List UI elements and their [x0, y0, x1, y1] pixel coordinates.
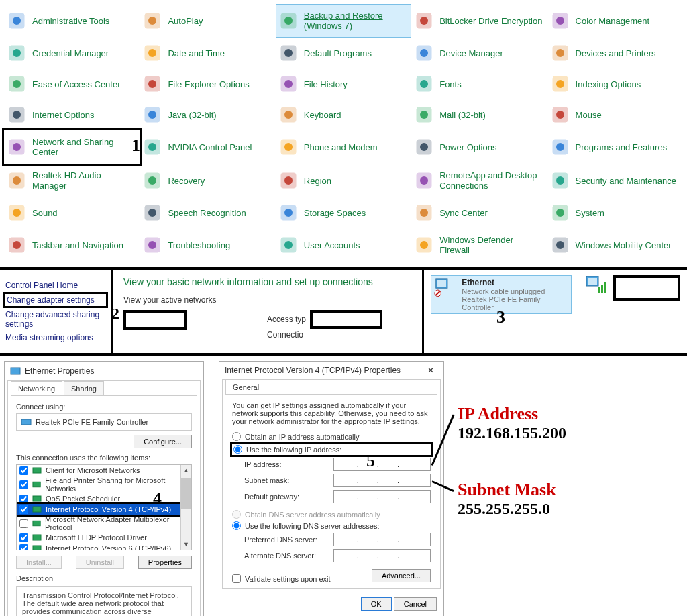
cp-item-programs-and-features[interactable]: Programs and Features [547, 130, 683, 164]
net-item[interactable]: Client for Microsoft Networks [17, 465, 191, 476]
alternate-dns-input[interactable]: . . . [333, 549, 431, 562]
net-item[interactable]: Internet Protocol Version 6 (TCP/IPv6) [17, 543, 191, 550]
cp-item-java-32-bit[interactable]: Java (32-bit) [140, 99, 275, 130]
cp-item-label[interactable]: Default Programs [304, 48, 372, 58]
ip-address-input[interactable]: . . . [333, 458, 431, 471]
cp-item-sound[interactable]: Sound [4, 197, 140, 228]
validate-checkbox[interactable] [232, 574, 241, 583]
cp-item-label[interactable]: Color Management [576, 16, 650, 26]
radio-obtain-dns-auto[interactable] [232, 510, 241, 519]
cp-item-label[interactable]: Keyboard [304, 110, 341, 120]
scrollbar-down[interactable]: ▼ [181, 539, 191, 550]
cp-item-device-manager[interactable]: Device Manager [411, 38, 547, 68]
cp-item-fonts[interactable]: Fonts [411, 68, 547, 99]
cp-item-label[interactable]: NVIDIA Control Panel [168, 142, 252, 152]
cp-item-windows-defender-firewall[interactable]: Windows Defender Firewall [411, 228, 547, 262]
install-button[interactable]: Install... [16, 556, 62, 569]
cp-item-label[interactable]: System [576, 208, 604, 218]
net-item-checkbox[interactable] [19, 466, 28, 475]
cp-item-file-history[interactable]: File History [276, 68, 411, 99]
cp-item-realtek-hd-audio-manager[interactable]: Realtek HD Audio Manager [4, 164, 140, 197]
close-icon[interactable]: ✕ [423, 366, 438, 375]
cp-item-date-and-time[interactable]: Date and Time [140, 38, 275, 68]
cp-item-indexing-options[interactable]: Indexing Options [547, 68, 683, 99]
cp-item-credential-manager[interactable]: Credential Manager [4, 38, 140, 68]
radio-use-following-dns[interactable] [232, 521, 241, 530]
change-adapter-settings-link[interactable]: Change adapter settings [5, 294, 106, 306]
cp-item-label[interactable]: Network and Sharing Center [32, 137, 136, 157]
scrollbar-up[interactable]: ▲ [181, 465, 191, 476]
cp-item-label[interactable]: Date and Time [168, 48, 225, 58]
cp-item-internet-options[interactable]: Internet Options [4, 99, 140, 130]
list-scrollbar[interactable]: ▲ ▼ [180, 465, 191, 550]
ipv4-cancel-button[interactable]: Cancel [394, 597, 437, 611]
control-panel-home-link[interactable]: Control Panel Home [5, 280, 106, 290]
cp-item-label[interactable]: RemoteApp and Desktop Connections [439, 170, 543, 191]
cp-item-remoteapp-and-desktop-connections[interactable]: RemoteApp and Desktop Connections [411, 164, 547, 197]
tab-networking[interactable]: Networking [11, 381, 62, 395]
cp-item-label[interactable]: Power Options [439, 142, 496, 152]
adapter-wifi[interactable] [584, 275, 680, 314]
cp-item-label[interactable]: Programs and Features [576, 142, 668, 152]
cp-item-taskbar-and-navigation[interactable]: Taskbar and Navigation [4, 228, 140, 262]
properties-button[interactable]: Properties [138, 556, 192, 569]
cp-item-label[interactable]: File Explorer Options [168, 79, 249, 89]
cp-item-label[interactable]: Administrative Tools [32, 16, 109, 26]
preferred-dns-input[interactable]: . . . [333, 533, 431, 546]
cp-item-label[interactable]: File History [304, 79, 348, 89]
net-item[interactable]: Microsoft Network Adapter Multiplexor Pr… [17, 515, 191, 532]
net-item-checkbox[interactable] [19, 544, 28, 551]
net-item-checkbox[interactable] [19, 505, 28, 514]
scrollbar-thumb[interactable] [181, 478, 191, 509]
radio-use-following-ip[interactable] [233, 445, 242, 454]
ipv4-ok-button[interactable]: OK [361, 597, 392, 611]
cp-item-label[interactable]: Credential Manager [32, 48, 109, 58]
cp-item-bitlocker-drive-encryption[interactable]: BitLocker Drive Encryption [411, 4, 547, 38]
net-item[interactable]: Internet Protocol Version 4 (TCP/IPv4) [17, 504, 191, 515]
cp-item-file-explorer-options[interactable]: File Explorer Options [140, 68, 275, 99]
cp-item-region[interactable]: Region [276, 164, 411, 197]
cp-item-label[interactable]: Devices and Printers [576, 48, 656, 58]
tab-general[interactable]: General [225, 380, 266, 394]
cp-item-network-and-sharing-center[interactable]: Network and Sharing Center1 [4, 130, 140, 164]
network-items-list[interactable]: Client for Microsoft NetworksFile and Pr… [16, 464, 192, 550]
cp-item-label[interactable]: Security and Maintenance [576, 176, 676, 186]
cp-item-mail-32-bit[interactable]: Mail (32-bit) [411, 99, 547, 130]
cp-item-phone-and-modem[interactable]: Phone and Modem [276, 130, 411, 164]
cp-item-label[interactable]: Mouse [576, 110, 602, 120]
cp-item-user-accounts[interactable]: User Accounts [276, 228, 411, 262]
cp-item-devices-and-printers[interactable]: Devices and Printers [547, 38, 683, 68]
media-streaming-link[interactable]: Media streaming options [5, 333, 106, 342]
cp-item-power-options[interactable]: Power Options [411, 130, 547, 164]
net-item-checkbox[interactable] [19, 495, 28, 503]
cp-item-security-and-maintenance[interactable]: Security and Maintenance [547, 164, 683, 197]
cp-item-label[interactable]: AutoPlay [168, 16, 203, 26]
cp-item-mouse[interactable]: Mouse [547, 99, 683, 130]
net-item-checkbox[interactable] [19, 480, 28, 489]
cp-item-label[interactable]: Speech Recognition [168, 208, 246, 218]
cp-item-label[interactable]: Java (32-bit) [168, 110, 216, 120]
cp-item-windows-mobility-center[interactable]: Windows Mobility Center [547, 228, 683, 262]
cp-item-speech-recognition[interactable]: Speech Recognition [140, 197, 275, 228]
cp-item-label[interactable]: Storage Spaces [304, 208, 366, 218]
advan-button[interactable]: Advanced... [372, 569, 431, 582]
cp-item-nvidia-control-panel[interactable]: NVIDIA Control Panel [140, 130, 275, 164]
net-item[interactable]: File and Printer Sharing for Microsoft N… [17, 476, 191, 493]
cp-item-label[interactable]: Sync Center [439, 208, 488, 218]
cp-item-label[interactable]: Troubleshooting [168, 240, 230, 250]
net-item-checkbox[interactable] [19, 533, 28, 542]
cp-item-ease-of-access-center[interactable]: Ease of Access Center [4, 68, 140, 99]
cp-item-recovery[interactable]: Recovery [140, 164, 275, 197]
configure-button[interactable]: Configure... [134, 435, 192, 448]
cp-item-keyboard[interactable]: Keyboard [276, 99, 411, 130]
cp-item-label[interactable]: BitLocker Drive Encryption [439, 16, 542, 26]
uninstall-button[interactable]: Uninstall [76, 556, 124, 569]
tab-sharing[interactable]: Sharing [64, 381, 104, 395]
cp-item-backup-and-restore-windows-7[interactable]: Backup and Restore (Windows 7) [276, 4, 411, 38]
cp-item-label[interactable]: Internet Options [32, 110, 95, 120]
cp-item-label[interactable]: Taskbar and Navigation [32, 240, 123, 250]
cp-item-label[interactable]: User Accounts [304, 240, 360, 250]
cp-item-label[interactable]: Mail (32-bit) [439, 110, 486, 120]
change-advanced-sharing-link[interactable]: Change advanced sharing settings [5, 310, 106, 329]
subnet-mask-input[interactable]: . . . [333, 474, 431, 487]
